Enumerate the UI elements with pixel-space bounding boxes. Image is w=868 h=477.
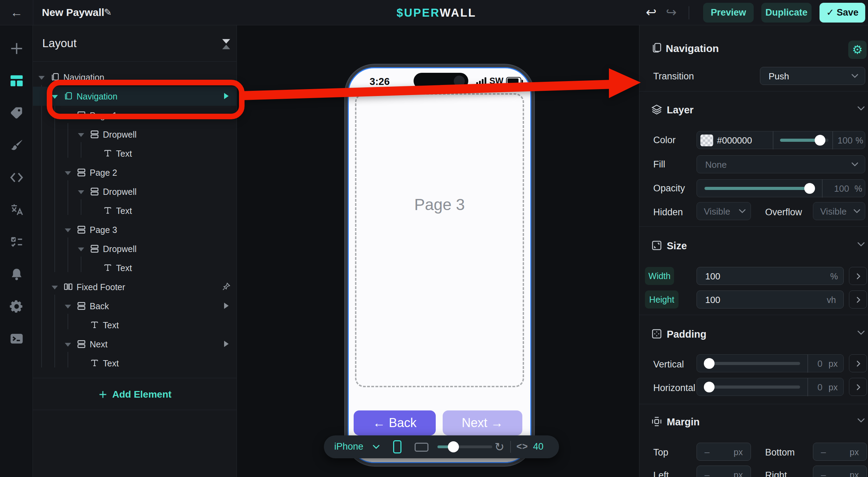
color-percent-value[interactable]: 100: [838, 135, 852, 146]
tree-item-fixed-footer[interactable]: Fixed Footer: [33, 277, 237, 296]
padding-horizontal-detail-button[interactable]: [849, 378, 867, 396]
margin-right-input[interactable]: – px: [813, 466, 867, 477]
caret-down-icon[interactable]: [78, 133, 84, 137]
duplicate-button[interactable]: Duplicate: [761, 3, 812, 23]
caret-down-icon[interactable]: [65, 171, 71, 175]
zoom-slider-track[interactable]: [437, 445, 492, 448]
design-canvas[interactable]: 3:26 SW Page 3 ← Back Next →: [237, 25, 639, 477]
caret-down-icon[interactable]: [38, 76, 45, 80]
padding-vertical-detail-button[interactable]: [849, 354, 867, 372]
caret-down-icon[interactable]: [65, 228, 71, 232]
padding-collapse-chevron-icon[interactable]: [857, 330, 865, 336]
translate-rail-icon[interactable]: [0, 193, 33, 226]
collapse-all-icon[interactable]: [222, 38, 231, 49]
width-detail-button[interactable]: [849, 267, 867, 285]
caret-down-icon[interactable]: [52, 286, 58, 289]
device-chevron-down-icon[interactable]: [372, 444, 380, 450]
back-nav-icon[interactable]: ←: [10, 5, 24, 20]
zoom-slider-thumb[interactable]: [448, 441, 459, 452]
page-dropwell-region[interactable]: Page 3: [355, 93, 524, 387]
padding-horizontal-value[interactable]: 0: [817, 382, 822, 393]
height-input[interactable]: 100 vh: [697, 290, 844, 309]
undo-icon[interactable]: ↩: [644, 4, 659, 21]
width-input[interactable]: 100 %: [697, 267, 844, 285]
tree-item-dropwell[interactable]: Dropwell: [33, 182, 237, 201]
color-swatch[interactable]: [700, 135, 713, 146]
margin-collapse-chevron-icon[interactable]: [857, 418, 865, 424]
iphone-screen[interactable]: 3:26 SW Page 3 ← Back Next →: [348, 67, 531, 463]
caret-down-icon[interactable]: [65, 114, 71, 118]
portrait-mode-icon[interactable]: [393, 440, 401, 453]
height-mode-chip[interactable]: Height: [645, 290, 679, 309]
preview-button[interactable]: Preview: [703, 3, 754, 23]
size-collapse-chevron-icon[interactable]: [857, 242, 865, 248]
pin-icon[interactable]: [221, 282, 231, 292]
tree-item-dropwell[interactable]: Dropwell: [33, 239, 237, 258]
fill-dropdown[interactable]: None: [697, 155, 865, 173]
tree-item-text[interactable]: Text: [33, 144, 237, 163]
tree-item-text[interactable]: Text: [33, 315, 237, 335]
tree-item-navigation[interactable]: Navigation: [33, 87, 237, 106]
tree-item-page-3[interactable]: Page 3: [33, 220, 237, 239]
width-mode-chip[interactable]: Width: [645, 267, 674, 285]
color-alpha-thumb[interactable]: [815, 135, 825, 146]
redo-icon[interactable]: ↪: [664, 4, 679, 21]
tree-item-dropwell[interactable]: Dropwell: [33, 125, 237, 144]
tree-item-text[interactable]: Text: [33, 258, 237, 277]
element-settings-button[interactable]: ⚙: [848, 41, 867, 59]
color-hex-value[interactable]: #000000: [717, 135, 752, 146]
edit-title-icon[interactable]: ✎: [104, 7, 112, 18]
height-detail-button[interactable]: [849, 290, 867, 309]
canvas-next-button[interactable]: Next →: [443, 410, 522, 435]
paywall-title[interactable]: New Paywall: [42, 7, 104, 18]
tree-item-navigation[interactable]: Navigation: [33, 68, 237, 87]
topbar-actions-divider: [689, 6, 689, 19]
play-icon[interactable]: [224, 93, 229, 99]
caret-down-icon[interactable]: [52, 95, 58, 99]
device-selector[interactable]: iPhone: [334, 441, 363, 452]
code-view-icon[interactable]: <>: [516, 441, 528, 452]
caret-down-icon[interactable]: [65, 343, 71, 347]
add-element-button[interactable]: Add Element: [33, 380, 237, 409]
zoom-level-value[interactable]: 40: [533, 441, 543, 452]
padding-vertical-slider[interactable]: [705, 362, 800, 365]
tree-item-page-1[interactable]: Page 1: [33, 106, 237, 125]
hidden-dropdown[interactable]: Visible: [697, 202, 751, 220]
opacity-thumb[interactable]: [804, 183, 815, 194]
margin-top-input[interactable]: – px: [697, 443, 751, 461]
play-icon[interactable]: [224, 341, 229, 347]
padding-vertical-thumb[interactable]: [704, 358, 715, 369]
brush-rail-icon[interactable]: [0, 129, 33, 161]
opacity-percent-value[interactable]: 100: [834, 183, 849, 194]
padding-vertical-value[interactable]: 0: [817, 358, 822, 369]
transition-dropdown[interactable]: Push: [760, 67, 865, 85]
save-button[interactable]: ✓ Save: [820, 3, 865, 23]
layer-collapse-chevron-icon[interactable]: [857, 106, 865, 112]
terminal-rail-icon[interactable]: [0, 322, 33, 355]
tree-item-next[interactable]: Next: [33, 335, 237, 354]
bell-rail-icon[interactable]: [0, 258, 33, 290]
refresh-icon[interactable]: ↻: [492, 439, 507, 455]
opacity-slider[interactable]: [705, 187, 814, 190]
code-rail-icon[interactable]: [0, 161, 33, 193]
caret-down-icon[interactable]: [78, 248, 84, 251]
gear-rail-icon[interactable]: [0, 290, 33, 322]
tag-rail-icon[interactable]: [0, 97, 33, 129]
tree-item-page-2[interactable]: Page 2: [33, 163, 237, 182]
margin-bottom-input[interactable]: – px: [813, 443, 867, 461]
padding-horizontal-thumb[interactable]: [704, 382, 715, 392]
margin-left-input[interactable]: – px: [697, 466, 751, 477]
canvas-back-button[interactable]: ← Back: [354, 410, 436, 435]
checklist-rail-icon[interactable]: [0, 226, 33, 258]
tree-item-back[interactable]: Back: [33, 296, 237, 315]
add-rail-icon[interactable]: [0, 32, 33, 64]
tree-item-text[interactable]: Text: [33, 354, 237, 373]
layout-rail-icon[interactable]: [0, 64, 33, 97]
landscape-mode-icon[interactable]: [415, 443, 428, 452]
caret-down-icon[interactable]: [78, 190, 84, 194]
overflow-dropdown[interactable]: Visible: [813, 202, 865, 220]
padding-horizontal-slider[interactable]: [705, 385, 800, 389]
play-icon[interactable]: [224, 303, 229, 309]
tree-item-text[interactable]: Text: [33, 201, 237, 220]
caret-down-icon[interactable]: [65, 305, 71, 309]
